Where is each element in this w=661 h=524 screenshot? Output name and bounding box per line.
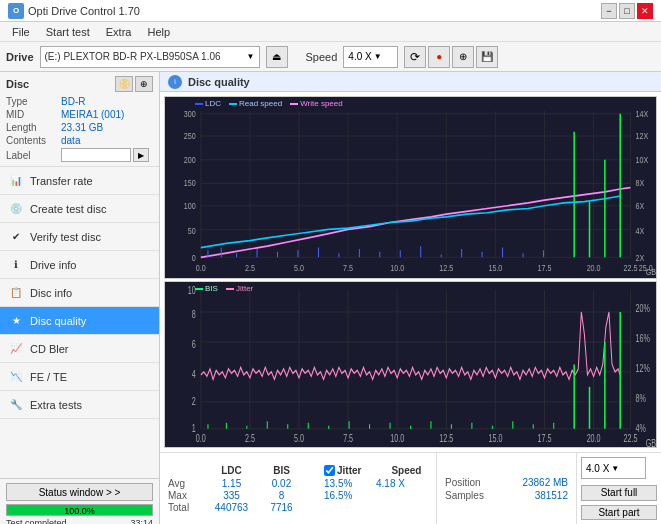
eject-button[interactable]: ⏏ — [266, 46, 288, 68]
sidebar-item-disc-quality[interactable]: ★ Disc quality — [0, 307, 159, 335]
disc-type-value: BD-R — [61, 96, 153, 107]
disc-length-label: Length — [6, 122, 61, 133]
svg-text:5.0: 5.0 — [294, 262, 304, 273]
menu-start-test[interactable]: Start test — [38, 24, 98, 40]
stats-total-row: Total 440763 7716 — [168, 502, 428, 513]
svg-text:7.5: 7.5 — [343, 262, 353, 273]
svg-text:250: 250 — [184, 130, 196, 141]
svg-text:20%: 20% — [636, 303, 650, 315]
progress-text: 100.0% — [7, 505, 152, 517]
chart-bis: BIS Jitter — [164, 281, 657, 448]
legend-read-speed: Read speed — [229, 99, 282, 108]
disc-type-row: Type BD-R — [6, 96, 153, 107]
sidebar-item-extra-tests-label: Extra tests — [30, 399, 82, 411]
app-title: Opti Drive Control 1.70 — [28, 5, 601, 17]
legend-write-speed-label: Write speed — [300, 99, 343, 108]
add-button[interactable]: ⊕ — [452, 46, 474, 68]
refresh-button[interactable]: ⟳ — [404, 46, 426, 68]
quality-speed-selector[interactable]: 4.0 X ▼ — [581, 457, 646, 479]
status-text-row: Test completed 33:14 — [6, 518, 153, 524]
avg-jitter: 13.5% — [324, 478, 376, 489]
stats-avg-row: Avg 1.15 0.02 13.5% 4.18 X — [168, 478, 428, 489]
start-part-button[interactable]: Start part — [581, 505, 657, 521]
avg-bis: 0.02 — [259, 478, 304, 489]
disc-mid-label: MID — [6, 109, 61, 120]
svg-text:6: 6 — [192, 339, 196, 351]
jitter-checkbox-container[interactable]: Jitter — [324, 465, 361, 476]
max-bis: 8 — [259, 490, 304, 501]
bis-color — [195, 288, 203, 290]
total-ldc: 440763 — [204, 502, 259, 513]
disc-icon-2[interactable]: ⊕ — [135, 76, 153, 92]
record-button[interactable]: ● — [428, 46, 450, 68]
svg-text:300: 300 — [184, 107, 196, 118]
content-header: i Disc quality — [160, 72, 661, 92]
disc-icon-1[interactable]: 📀 — [115, 76, 133, 92]
minimize-button[interactable]: − — [601, 3, 617, 19]
nav-items: 📊 Transfer rate 💿 Create test disc ✔ Ver… — [0, 167, 159, 478]
disc-label-label: Label — [6, 150, 61, 161]
svg-text:GB: GB — [646, 266, 656, 277]
chart1-svg: 0 50 100 150 200 250 300 2X 4X 6X 8X 10X… — [165, 97, 656, 278]
drive-info-icon: ℹ — [8, 257, 24, 273]
drive-selector[interactable]: (E:) PLEXTOR BD-R PX-LB950SA 1.06 ▼ — [40, 46, 260, 68]
disc-label-row: Label ▶ — [6, 148, 153, 162]
sidebar-item-create-test-disc[interactable]: 💿 Create test disc — [0, 195, 159, 223]
read-speed-color — [229, 103, 237, 105]
content-area: i Disc quality LDC Read speed — [160, 72, 661, 524]
svg-text:8X: 8X — [636, 177, 645, 188]
create-test-disc-icon: 💿 — [8, 201, 24, 217]
speed-value: 4.0 X — [348, 51, 371, 62]
svg-text:12.5: 12.5 — [439, 433, 453, 445]
svg-text:22.5: 22.5 — [623, 262, 637, 273]
menu-help[interactable]: Help — [139, 24, 178, 40]
svg-text:12X: 12X — [636, 130, 649, 141]
disc-info-icon: 📋 — [8, 285, 24, 301]
avg-label: Avg — [168, 478, 204, 489]
disc-label-btn[interactable]: ▶ — [133, 148, 149, 162]
status-window-button[interactable]: Status window > > — [6, 483, 153, 501]
svg-rect-66 — [165, 282, 656, 447]
chart2-svg: 1 2 4 6 8 10 4% 8% 12% 16% 20% 0.0 2.5 5… — [165, 282, 656, 447]
sidebar-item-transfer-rate[interactable]: 📊 Transfer rate — [0, 167, 159, 195]
sidebar-item-disc-info-label: Disc info — [30, 287, 72, 299]
sidebar: Disc 📀 ⊕ Type BD-R MID MEIRA1 (001) Leng… — [0, 72, 160, 524]
svg-text:5.0: 5.0 — [294, 433, 304, 445]
sidebar-item-verify-test-disc-label: Verify test disc — [30, 231, 101, 243]
sidebar-item-verify-test-disc[interactable]: ✔ Verify test disc — [0, 223, 159, 251]
disc-label-input[interactable] — [61, 148, 131, 162]
svg-text:16%: 16% — [636, 333, 650, 345]
disc-info-section: Disc 📀 ⊕ Type BD-R MID MEIRA1 (001) Leng… — [0, 72, 159, 167]
sidebar-item-cd-bler[interactable]: 📈 CD Bler — [0, 335, 159, 363]
svg-text:15.0: 15.0 — [488, 433, 502, 445]
stats-speed-header: Speed — [391, 465, 421, 476]
legend-ldc: LDC — [195, 99, 221, 108]
btn-section: 4.0 X ▼ Start full Start part — [576, 453, 661, 524]
bottom-stats: LDC BIS Jitter Speed Avg 1.15 0.02 — [160, 452, 661, 524]
sidebar-item-transfer-rate-label: Transfer rate — [30, 175, 93, 187]
start-full-button[interactable]: Start full — [581, 485, 657, 501]
sidebar-item-create-test-disc-label: Create test disc — [30, 203, 106, 215]
svg-text:50: 50 — [188, 225, 196, 236]
svg-text:10.0: 10.0 — [390, 433, 404, 445]
svg-text:4X: 4X — [636, 225, 645, 236]
legend-jitter: Jitter — [226, 284, 253, 293]
speed-selector[interactable]: 4.0 X ▼ — [343, 46, 398, 68]
maximize-button[interactable]: □ — [619, 3, 635, 19]
sidebar-item-fe-te[interactable]: 📉 FE / TE — [0, 363, 159, 391]
svg-text:4: 4 — [192, 369, 196, 381]
sidebar-item-drive-info[interactable]: ℹ Drive info — [0, 251, 159, 279]
svg-text:6X: 6X — [636, 199, 645, 210]
menu-file[interactable]: File — [4, 24, 38, 40]
sidebar-item-extra-tests[interactable]: 🔧 Extra tests — [0, 391, 159, 419]
jitter-header: Jitter — [337, 465, 361, 476]
close-button[interactable]: ✕ — [637, 3, 653, 19]
charts-area: LDC Read speed Write speed — [160, 92, 661, 452]
content-header-icon: i — [168, 75, 182, 89]
stats-ldc-header: LDC — [204, 465, 259, 476]
menu-extra[interactable]: Extra — [98, 24, 140, 40]
sidebar-item-disc-info[interactable]: 📋 Disc info — [0, 279, 159, 307]
save-button[interactable]: 💾 — [476, 46, 498, 68]
svg-text:0.0: 0.0 — [196, 433, 206, 445]
jitter-checkbox[interactable] — [324, 465, 335, 476]
